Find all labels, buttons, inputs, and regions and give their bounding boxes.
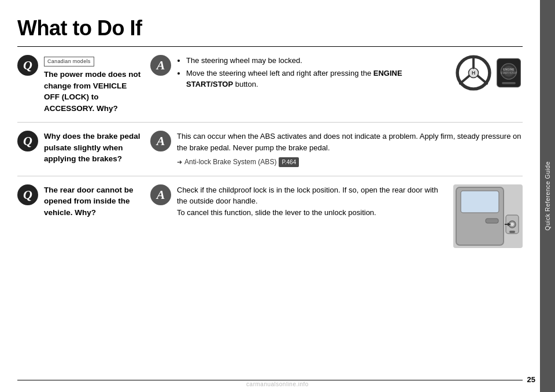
q1-images: H ENGINE START/STOP: [456, 55, 523, 91]
a-block-1: A The steering wheel may be locked. Move…: [150, 55, 523, 93]
a1-bullet-1: The steering wheel may be locked.: [186, 55, 450, 66]
arrow-right-icon: ➜: [177, 157, 182, 167]
engine-start-stop-icon: ENGINE START/STOP: [495, 57, 523, 89]
watermark-text: carmanualsonline.info: [246, 381, 309, 387]
q-text-1: Canadian models The power mode does not …: [44, 55, 145, 114]
canadian-badge-1: Canadian models: [44, 57, 94, 66]
svg-line-4: [460, 76, 469, 83]
qa-row-2: Q Why does the brake pedal pulsate sligh…: [17, 123, 523, 176]
qa-row-3: Q The rear door cannot be opened from in…: [17, 176, 523, 256]
car-door-svg: [454, 185, 522, 247]
page-title: What to Do If: [17, 16, 523, 40]
sidebar-label: Quick Reference Guide: [544, 161, 551, 231]
svg-text:START/STOP: START/STOP: [501, 72, 517, 75]
qa-row-1: Q Canadian models The power mode does no…: [17, 47, 523, 123]
q-block-3: Q The rear door cannot be opened from in…: [17, 184, 145, 219]
car-door-image: [453, 184, 523, 248]
q-text-2: Why does the brake pedal pulsate slightl…: [44, 131, 145, 165]
q1-text: The power mode does not change from VEHI…: [44, 70, 140, 113]
a-block-3: A Check if the childproof lock is in the…: [150, 184, 523, 248]
a2-text: This can occur when the ABS activates an…: [177, 132, 521, 152]
q-block-1: Q Canadian models The power mode does no…: [17, 55, 145, 114]
a-icon-1: A: [150, 55, 171, 76]
page-number: 25: [527, 375, 535, 384]
bottom-divider: [17, 380, 523, 380]
svg-rect-13: [461, 191, 499, 213]
a1-bullet-2: Move the steering wheel left and right a…: [186, 68, 450, 90]
a-content-1: The steering wheel may be locked. Move t…: [177, 55, 450, 93]
svg-text:H: H: [472, 70, 475, 76]
qa-section: Q Canadian models The power mode does no…: [17, 47, 523, 256]
a-content-3: Check if the childproof lock is in the l…: [177, 184, 447, 219]
abs-page-ref: P.464: [279, 157, 299, 167]
q-icon-1: Q: [17, 55, 38, 76]
svg-line-5: [478, 76, 487, 83]
steering-wheel-icon: H: [456, 55, 491, 91]
svg-rect-18: [509, 231, 515, 233]
a-block-2: A This can occur when the ABS activates …: [150, 131, 523, 167]
q-icon-3: Q: [17, 184, 38, 205]
main-content: What to Do If Q Canadian models The powe…: [0, 0, 540, 392]
q-icon-2: Q: [17, 131, 38, 151]
svg-rect-11: [502, 82, 516, 84]
abs-link-text: Anti-lock Brake System (ABS): [184, 157, 276, 167]
right-sidebar: Quick Reference Guide: [540, 0, 555, 392]
a-icon-3: A: [150, 184, 171, 205]
svg-text:ENGINE: ENGINE: [503, 68, 515, 71]
abs-link: ➜ Anti-lock Brake System (ABS) P.464: [177, 157, 299, 167]
q-block-2: Q Why does the brake pedal pulsate sligh…: [17, 131, 145, 165]
svg-rect-14: [486, 219, 498, 223]
a-icon-2: A: [150, 131, 171, 151]
q-text-3: The rear door cannot be opened from insi…: [44, 184, 145, 219]
a-content-2: This can occur when the ABS activates an…: [177, 131, 523, 167]
